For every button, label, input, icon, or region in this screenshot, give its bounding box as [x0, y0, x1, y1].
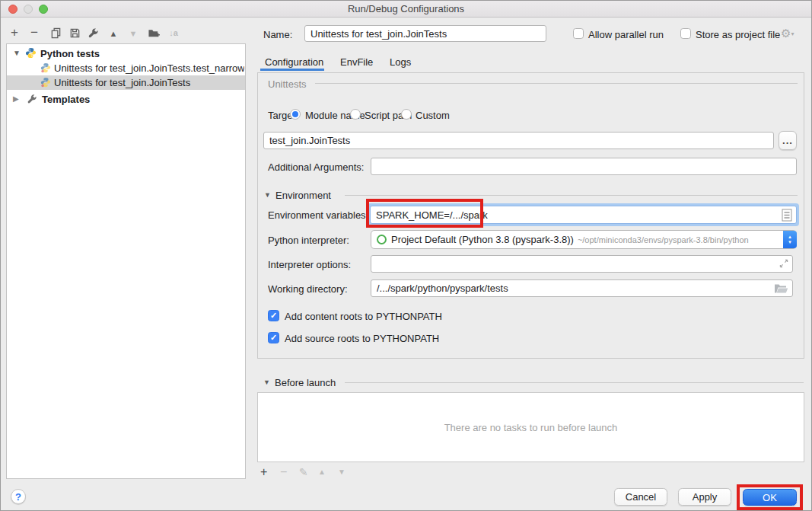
interpreter-options-label: Interpreter options:: [268, 259, 351, 270]
radio-dot: [292, 111, 298, 117]
additional-arguments-label: Additional Arguments:: [268, 161, 364, 173]
edit-task-icon: ✎: [299, 466, 308, 478]
add-source-roots-checkbox[interactable]: ✓: [268, 332, 279, 343]
apply-button[interactable]: Apply: [678, 488, 731, 506]
unittests-group-label: Unittests: [268, 78, 307, 90]
close-window-button[interactable]: [8, 5, 18, 14]
tree-item-label: Unittests for test_join.JoinTests: [54, 77, 190, 88]
allow-parallel-run-label[interactable]: Allow parallel run: [588, 29, 664, 40]
store-as-project-file-checkbox[interactable]: [680, 28, 691, 39]
tree-item-label: Templates: [42, 94, 90, 105]
conda-env-icon: [377, 235, 387, 244]
unittests-group-divider: [315, 83, 798, 84]
tree-item-unittests-test-narrow[interactable]: Unittests for test_join.JoinTests.test_n…: [7, 61, 245, 75]
save-icon: [69, 27, 81, 39]
tree-item-unittests-jointests-selected[interactable]: Unittests for test_join.JoinTests: [7, 75, 245, 90]
environment-group-divider: [345, 195, 798, 196]
module-name-input[interactable]: [263, 132, 774, 149]
environment-group-label[interactable]: Environment: [275, 190, 331, 201]
browse-module-button[interactable]: ...: [779, 131, 797, 150]
wrench-icon: [88, 27, 99, 39]
before-launch-divider: [345, 382, 804, 383]
python-interpreter-path: ~/opt/miniconda3/envs/pyspark-3.8/bin/py…: [578, 235, 749, 244]
before-launch-task-list: There are no tasks to run before launch: [257, 392, 804, 462]
copy-configuration-icon[interactable]: [49, 27, 62, 39]
move-up-icon[interactable]: ▲: [107, 27, 119, 40]
no-tasks-text: There are no tasks to run before launch: [444, 422, 618, 433]
before-launch-collapse-icon[interactable]: ▼: [263, 378, 270, 386]
environment-variables-input[interactable]: [370, 206, 797, 224]
interpreter-options-input[interactable]: [371, 255, 793, 273]
gear-caret-icon: ▾: [791, 30, 794, 37]
python-icon: [25, 47, 37, 61]
remove-task-icon: −: [280, 465, 287, 479]
tree-item-python-tests[interactable]: ▼ Python tests: [7, 46, 245, 61]
name-input[interactable]: [304, 25, 546, 42]
move-task-down-icon: ▼: [338, 468, 345, 476]
tree-item-label: Python tests: [40, 48, 100, 59]
before-launch-group-label[interactable]: Before launch: [275, 377, 336, 388]
tree-item-templates[interactable]: ▶ Templates: [7, 91, 245, 107]
name-label: Name:: [263, 29, 292, 40]
zoom-window-button[interactable]: [39, 5, 48, 14]
working-directory-input[interactable]: [371, 279, 793, 297]
tree-expand-arrow-icon[interactable]: ▶: [13, 94, 19, 103]
tree-item-label: Unittests for test_join.JoinTests.test_n…: [54, 62, 244, 74]
move-task-up-icon: ▲: [318, 468, 326, 476]
target-module-name-radio[interactable]: [290, 109, 301, 120]
title-bar: Run/Debug Configurations: [1, 1, 811, 18]
select-stepper-icon[interactable]: ▲ ▼: [783, 231, 797, 248]
env-vars-browse-icon[interactable]: [782, 209, 792, 224]
add-task-icon[interactable]: +: [260, 465, 267, 479]
target-custom-radio[interactable]: [401, 109, 412, 120]
python-interpreter-value: Project Default (Python 3.8 (pyspark-3.8…: [391, 234, 574, 245]
environment-variables-label: Environment variables:: [268, 209, 368, 221]
tab-logs[interactable]: Logs: [390, 56, 411, 68]
add-content-roots-label[interactable]: Add content roots to PYTHONPATH: [285, 311, 442, 322]
expand-field-icon[interactable]: [779, 258, 789, 271]
python-interpreter-select[interactable]: Project Default (Python 3.8 (pyspark-3.8…: [371, 230, 797, 249]
additional-arguments-input[interactable]: [371, 158, 797, 175]
add-source-roots-label[interactable]: Add source roots to PYTHONPATH: [285, 333, 439, 344]
help-button[interactable]: ?: [11, 489, 26, 504]
remove-configuration-icon[interactable]: −: [28, 26, 40, 38]
cancel-button[interactable]: Cancel: [614, 488, 667, 506]
add-content-roots-checkbox[interactable]: ✓: [268, 310, 279, 321]
new-folder-icon[interactable]: [148, 27, 160, 39]
python-test-config-icon: [40, 62, 51, 75]
environment-collapse-icon[interactable]: ▼: [264, 191, 271, 199]
active-tab-indicator: [260, 69, 324, 71]
gear-icon[interactable]: ⚙▾: [781, 27, 794, 40]
folder-browse-icon[interactable]: [774, 283, 788, 296]
python-interpreter-label: Python interpreter:: [268, 235, 349, 246]
save-configuration-icon[interactable]: [68, 27, 81, 39]
run-debug-configurations-dialog: { "window": { "title": "Run/Debug Config…: [0, 0, 812, 511]
tab-configuration[interactable]: Configuration: [265, 56, 323, 68]
working-directory-label: Working directory:: [268, 283, 348, 295]
tree-collapse-arrow-icon[interactable]: ▼: [13, 49, 21, 57]
ok-button[interactable]: OK: [743, 489, 797, 506]
edit-templates-icon[interactable]: [87, 27, 99, 39]
wrench-icon: [27, 94, 37, 107]
sort-configurations-icon: ↓a: [167, 27, 180, 39]
python-test-config-icon: [40, 77, 51, 90]
target-custom-label[interactable]: Custom: [416, 110, 450, 121]
store-as-project-file-label[interactable]: Store as project file: [696, 29, 780, 40]
configurations-tree-panel: ▼ Python tests Unittests for test_join.J…: [6, 43, 246, 479]
target-script-path-radio[interactable]: [350, 109, 361, 120]
window-title: Run/Debug Configurations: [348, 3, 464, 14]
minimize-window-button: [24, 5, 33, 14]
copy-icon: [50, 27, 62, 39]
add-configuration-icon[interactable]: +: [8, 26, 21, 38]
move-down-icon: ▼: [127, 27, 139, 40]
folder-plus-icon: [148, 27, 160, 39]
tab-envfile[interactable]: EnvFile: [340, 56, 373, 68]
allow-parallel-run-checkbox[interactable]: [573, 28, 584, 39]
